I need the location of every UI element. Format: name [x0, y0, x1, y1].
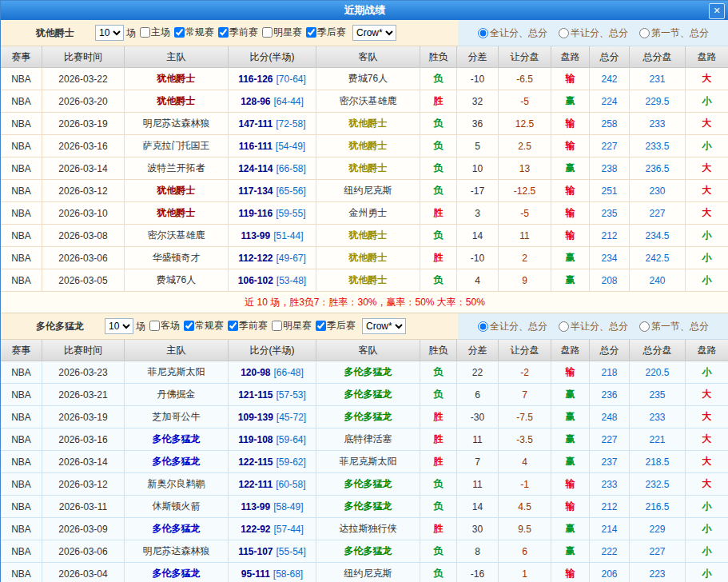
filter-checkbox-playoffs[interactable]: 季后赛 — [312, 319, 356, 333]
cell-win-loss: 负 — [420, 269, 457, 292]
half-score: [57-53] — [276, 389, 306, 401]
table-row: NBA2026-03-20犹他爵士128-96[64-44]密尔沃基雄鹿胜32-… — [1, 90, 728, 113]
cell-total-line: 229.5 — [630, 90, 686, 113]
filter-radio-half-handicap-total[interactable]: 半让分、总分 — [559, 320, 628, 333]
games-count-select[interactable]: 10 — [95, 25, 124, 41]
preset-select[interactable]: Crow* — [352, 25, 396, 41]
filter-checkbox-allstar[interactable]: 明星赛 — [268, 319, 312, 333]
filter-checkbox-venue-home[interactable]: 主场 — [136, 26, 170, 39]
checkbox-playoffs[interactable] — [316, 321, 326, 331]
checkbox-venue-away[interactable] — [149, 321, 160, 331]
popup-title: 近期战绩 — [344, 3, 386, 18]
cell-point-diff: 6 — [457, 384, 499, 406]
cell-total-points: 206 — [590, 563, 630, 582]
filter-radio-full-handicap-total[interactable]: 全让分、总分 — [478, 320, 547, 333]
cell-score: 116-126[70-64] — [229, 68, 316, 90]
cell-score: 119-108[59-64] — [229, 429, 316, 451]
cell-total-trend: 大 — [686, 180, 728, 202]
cell-point-diff: 4 — [457, 269, 499, 292]
filter-checkbox-regular-season[interactable]: 常规赛 — [180, 319, 224, 333]
cell-total-points: 214 — [590, 518, 630, 540]
cell-away-team: 多伦多猛龙 — [316, 473, 420, 496]
cell-total-trend: 大 — [686, 473, 728, 496]
radio-half-handicap-total[interactable] — [559, 321, 569, 332]
radio-full-handicap-total[interactable] — [478, 28, 488, 38]
checkbox-preseason[interactable] — [228, 321, 238, 331]
cell-league: NBA — [1, 202, 42, 225]
cell-total-trend: 大 — [686, 68, 728, 90]
cell-win-loss: 胜 — [420, 429, 457, 451]
checkbox-label: 季后赛 — [327, 319, 356, 333]
cell-league: NBA — [1, 518, 42, 540]
checkbox-regular-season[interactable] — [184, 321, 194, 331]
cell-win-loss: 负 — [420, 157, 457, 180]
filter-radio-full-handicap-total[interactable]: 全让分、总分 — [478, 26, 547, 40]
cell-date: 2026-03-05 — [42, 269, 125, 292]
full-score: 113-99 — [241, 230, 270, 241]
table-body: NBA2026-03-23菲尼克斯太阳120-98[66-48]多伦多猛龙负22… — [1, 361, 728, 582]
column-header: 总分盘 — [630, 46, 686, 67]
table-row: NBA2026-03-10犹他爵士119-116[59-55]金州勇士胜3-5输… — [1, 202, 728, 225]
cell-handicap-trend: 赢 — [551, 518, 590, 540]
checkbox-venue-home[interactable] — [140, 27, 150, 38]
filter-checkbox-preseason[interactable]: 季前赛 — [214, 26, 258, 39]
cell-handicap-line: -12.5 — [499, 180, 551, 202]
full-score: 95-111 — [241, 568, 270, 580]
checkbox-allstar[interactable] — [262, 27, 273, 38]
cell-win-loss: 胜 — [420, 406, 457, 429]
radio-half-handicap-total[interactable] — [559, 28, 569, 38]
column-header: 总分盘 — [630, 340, 686, 361]
checkbox-regular-season[interactable] — [174, 27, 185, 38]
cell-home-team: 芝加哥公牛 — [125, 406, 229, 429]
radio-first-quarter-total[interactable] — [639, 321, 650, 332]
section-utah-jazz: 犹他爵士 10 场 主场常规赛季前赛明星赛季后赛 Crow* 全让分、总分半让分… — [1, 20, 728, 313]
table-row: NBA2026-03-04多伦多猛龙95-111[58-68]纽约尼克斯负-16… — [1, 563, 728, 582]
cell-point-diff: -10 — [457, 68, 499, 90]
checkbox-allstar[interactable] — [272, 321, 282, 331]
column-header: 分差 — [457, 340, 499, 361]
radio-first-quarter-total[interactable] — [639, 28, 650, 38]
full-score: 120-98 — [241, 367, 270, 378]
radio-full-handicap-total[interactable] — [478, 321, 488, 332]
half-score: [54-49] — [276, 141, 305, 152]
cell-total-points: 212 — [590, 225, 630, 247]
preset-select[interactable]: Crow* — [362, 318, 406, 334]
column-header: 主队 — [125, 46, 229, 67]
cell-home-team: 犹他爵士 — [125, 68, 229, 90]
full-score: 115-107 — [238, 546, 273, 557]
cell-win-loss: 负 — [420, 496, 457, 518]
filter-checkbox-preseason[interactable]: 季前赛 — [224, 319, 268, 333]
half-score: [59-62] — [276, 456, 306, 468]
cell-win-loss: 负 — [420, 225, 457, 247]
cell-handicap-trend: 赢 — [551, 540, 590, 563]
half-score: [51-44] — [273, 230, 303, 241]
table-body: NBA2026-03-22犹他爵士116-126[70-64]费城76人负-10… — [1, 68, 728, 292]
cell-total-trend: 大 — [686, 157, 728, 180]
cell-total-points: 235 — [590, 202, 630, 225]
cell-total-line: 235 — [630, 384, 686, 406]
cell-handicap-trend: 赢 — [551, 90, 590, 113]
radio-label: 全让分、总分 — [490, 26, 547, 40]
filter-radio-first-quarter-total[interactable]: 第一节、总分 — [639, 26, 709, 40]
filter-checkbox-regular-season[interactable]: 常规赛 — [170, 26, 214, 39]
full-score: 147-111 — [238, 118, 273, 130]
filter-radio-first-quarter-total[interactable]: 第一节、总分 — [639, 320, 709, 333]
close-icon[interactable]: ✕ — [709, 3, 725, 19]
full-score: 116-126 — [238, 74, 273, 85]
team-name: 多伦多猛龙 — [36, 320, 84, 333]
checkbox-playoffs[interactable] — [306, 27, 316, 38]
half-score: [66-58] — [276, 163, 306, 174]
cell-date: 2026-03-14 — [42, 157, 125, 180]
cell-point-diff: -17 — [457, 180, 499, 202]
checkbox-preseason[interactable] — [218, 27, 229, 38]
games-count-select[interactable]: 10 — [105, 318, 133, 334]
filter-checkbox-allstar[interactable]: 明星赛 — [258, 26, 302, 39]
filter-checkbox-playoffs[interactable]: 季后赛 — [302, 26, 346, 39]
cell-league: NBA — [1, 384, 42, 406]
cell-point-diff: 32 — [457, 90, 499, 113]
cell-point-diff: 3 — [457, 202, 499, 225]
filter-checkbox-venue-away[interactable]: 客场 — [145, 319, 180, 333]
cell-handicap-line: -5 — [499, 90, 551, 113]
full-score: 122-92 — [241, 524, 270, 535]
filter-radio-half-handicap-total[interactable]: 半让分、总分 — [559, 26, 628, 40]
